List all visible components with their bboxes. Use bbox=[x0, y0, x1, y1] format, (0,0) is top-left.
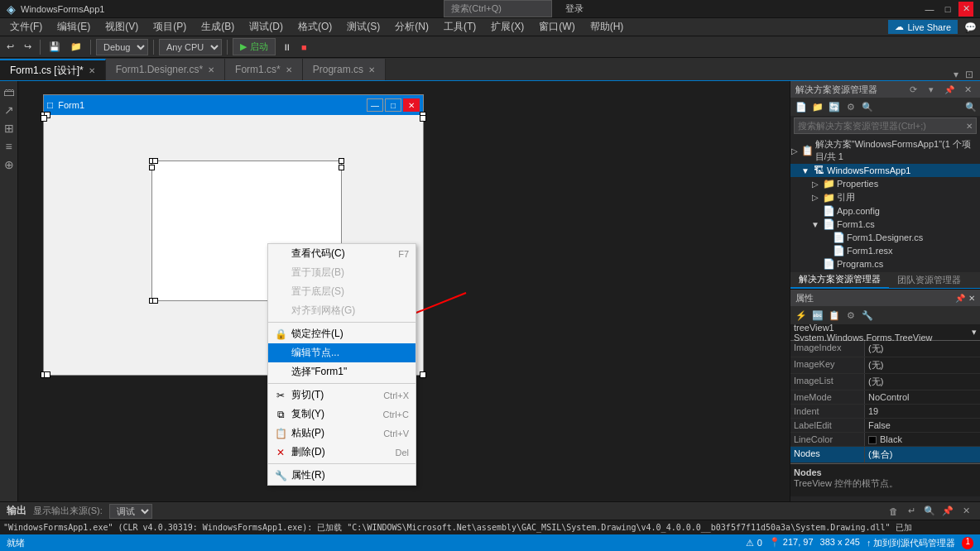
solution-node[interactable]: ▷ 📋 解决方案"WindowsFormsApp1"(1 个项目/共 1 bbox=[790, 137, 980, 164]
menu-item-view[interactable]: 视图(V) bbox=[98, 18, 145, 36]
form-min-btn[interactable]: — bbox=[367, 98, 383, 112]
output-find-btn[interactable]: 🔍 bbox=[922, 504, 937, 519]
sidebar-icon-3[interactable]: ≡ bbox=[2, 139, 17, 154]
status-errors[interactable]: ⚠ 0 bbox=[746, 537, 762, 549]
props-close-btn[interactable]: ✕ bbox=[968, 294, 975, 303]
form-close-btn[interactable]: ✕ bbox=[403, 98, 420, 112]
tab-form1-design[interactable]: Form1.cs [设计]* ✕ bbox=[0, 59, 106, 80]
menu-item-analyze[interactable]: 分析(N) bbox=[388, 18, 435, 36]
ctx-bring-front[interactable]: 置于顶层(B) bbox=[268, 263, 416, 282]
tab-program-close[interactable]: ✕ bbox=[368, 65, 375, 74]
menu-item-file[interactable]: 文件(F) bbox=[3, 18, 49, 36]
ctx-send-back[interactable]: 置于底层(S) bbox=[268, 282, 416, 301]
sol-tb-1[interactable]: 📄 bbox=[794, 99, 809, 114]
props-tb-2[interactable]: 🔤 bbox=[810, 308, 825, 323]
ctx-view-code[interactable]: 查看代码(C) F7 bbox=[268, 244, 416, 263]
run-button[interactable]: ▶ 启动 bbox=[233, 38, 276, 55]
prop-labeledit-value[interactable]: False bbox=[865, 419, 980, 432]
menu-item-debug[interactable]: 调试(D) bbox=[243, 18, 290, 36]
tab-form1-design-close[interactable]: ✕ bbox=[89, 66, 95, 75]
properties-node[interactable]: ▷ 📁 Properties bbox=[790, 177, 980, 190]
sol-tb-3[interactable]: 🔄 bbox=[827, 99, 842, 114]
sidebar-icon-4[interactable]: ⊕ bbox=[2, 157, 17, 172]
props-object-arrow[interactable]: ▾ bbox=[972, 327, 977, 338]
ctx-delete[interactable]: ✕ 删除(D) Del bbox=[268, 443, 416, 462]
prop-imemode-value[interactable]: NoControl bbox=[865, 390, 980, 404]
tab-form1-designer-close[interactable]: ✕ bbox=[208, 65, 214, 74]
feedback-icon[interactable]: 💬 bbox=[964, 22, 977, 33]
form1resx-node[interactable]: 📄 Form1.resx bbox=[790, 244, 980, 257]
toolbar-redo[interactable]: ↪ bbox=[21, 40, 35, 54]
sol-pin-btn[interactable]: 📌 bbox=[942, 82, 957, 97]
toolbar-save[interactable]: 💾 bbox=[46, 40, 64, 54]
menu-item-build[interactable]: 生成(B) bbox=[195, 18, 241, 36]
props-pin-btn[interactable]: 📌 bbox=[955, 294, 965, 303]
ctx-align-grid[interactable]: 对齐到网格(G) bbox=[268, 301, 416, 320]
prop-indent-value[interactable]: 19 bbox=[865, 405, 980, 418]
references-node[interactable]: ▷ 📁 引用 bbox=[790, 190, 980, 204]
ctx-paste[interactable]: 📋 粘贴(P) Ctrl+V bbox=[268, 424, 416, 443]
prop-imagelist-value[interactable]: (无) bbox=[865, 374, 980, 390]
output-source-dropdown[interactable]: 调试 bbox=[109, 504, 152, 519]
debug-config-dropdown[interactable]: Debug bbox=[96, 39, 148, 55]
output-pin-btn[interactable]: 📌 bbox=[940, 504, 955, 519]
tab-program[interactable]: Program.cs ✕ bbox=[303, 59, 386, 80]
ctx-properties[interactable]: 🔧 属性(R) bbox=[268, 466, 416, 485]
ctx-select-form[interactable]: 选择"Form1" bbox=[268, 362, 416, 381]
sol-close-btn[interactable]: ✕ bbox=[960, 82, 975, 97]
ctx-cut[interactable]: ✂ 剪切(T) Ctrl+X bbox=[268, 386, 416, 405]
toolbar-undo[interactable]: ↩ bbox=[3, 40, 17, 54]
output-clear-btn[interactable]: 🗑 bbox=[886, 504, 901, 519]
menu-item-extend[interactable]: 扩展(X) bbox=[484, 18, 531, 36]
minimize-button[interactable]: — bbox=[922, 2, 937, 17]
toolbar-open[interactable]: 📁 bbox=[67, 40, 85, 54]
props-tb-3[interactable]: 📋 bbox=[827, 308, 842, 323]
search-clear-icon[interactable]: ✕ bbox=[966, 122, 973, 131]
form1cs-node[interactable]: ▼ 📄 Form1.cs bbox=[790, 218, 980, 231]
menu-item-format[interactable]: 格式(O) bbox=[291, 18, 339, 36]
tab-form1-designer[interactable]: Form1.Designer.cs* ✕ bbox=[106, 59, 225, 80]
tab-pin-btn[interactable]: ⊡ bbox=[962, 69, 977, 80]
props-tb-4[interactable]: ⚙ bbox=[843, 308, 858, 323]
maximize-button[interactable]: □ bbox=[940, 2, 955, 17]
prop-nodes-value[interactable]: (集合) bbox=[865, 447, 980, 462]
ctx-edit-nodes[interactable]: 编辑节点... bbox=[268, 343, 416, 362]
form-max-btn[interactable]: □ bbox=[385, 98, 401, 112]
props-tb-5[interactable]: 🔧 bbox=[860, 308, 875, 323]
sol-filter-btn[interactable]: ▾ bbox=[924, 82, 939, 97]
pointer-icon[interactable]: ↗ bbox=[2, 103, 17, 117]
menu-item-window[interactable]: 窗口(W) bbox=[532, 18, 581, 36]
sol-tb-2[interactable]: 📁 bbox=[810, 99, 825, 114]
tab-solution-explorer[interactable]: 解决方案资源管理器 bbox=[790, 271, 889, 289]
ctx-lock-control[interactable]: 🔒 锁定控件(L) bbox=[268, 324, 416, 343]
menu-item-help[interactable]: 帮助(H) bbox=[584, 18, 631, 36]
designer-area[interactable]: □ Form1 — □ ✕ bbox=[18, 81, 790, 501]
platform-dropdown[interactable]: Any CPU bbox=[159, 39, 222, 55]
tab-form1-cs-close[interactable]: ✕ bbox=[286, 65, 292, 74]
project-node[interactable]: ▼ 🏗 WindowsFormsApp1 bbox=[790, 164, 980, 177]
prop-linecolor-value[interactable]: Black bbox=[865, 433, 980, 446]
tab-form1-cs[interactable]: Form1.cs* ✕ bbox=[225, 59, 303, 80]
expand-icon[interactable]: ⊞ bbox=[2, 121, 17, 136]
menu-item-edit[interactable]: 编辑(E) bbox=[50, 18, 97, 36]
search-bar[interactable]: 搜索(Ctrl+Q) bbox=[444, 0, 552, 17]
toolbar-pause[interactable]: ⏸ bbox=[279, 41, 295, 54]
login-button[interactable]: 登录 bbox=[565, 2, 584, 15]
props-tb-1[interactable]: ⚡ bbox=[794, 308, 809, 323]
form1designer-node[interactable]: 📄 Form1.Designer.cs bbox=[790, 231, 980, 244]
output-close-btn[interactable]: ✕ bbox=[958, 504, 973, 519]
sol-tb-5[interactable]: 🔍 bbox=[860, 99, 875, 114]
prop-imagekey-value[interactable]: (无) bbox=[865, 357, 980, 373]
toolbar-stop[interactable]: ■ bbox=[298, 41, 310, 54]
sol-tb-4[interactable]: ⚙ bbox=[843, 99, 858, 114]
prop-imageindex-value[interactable]: (无) bbox=[865, 341, 980, 357]
solution-search-box[interactable]: ✕ bbox=[794, 117, 977, 134]
menu-item-tools[interactable]: 工具(T) bbox=[437, 18, 483, 36]
solution-search-input[interactable] bbox=[798, 121, 966, 131]
menu-item-test[interactable]: 测试(S) bbox=[340, 18, 387, 36]
sol-sync-btn[interactable]: ⟳ bbox=[906, 82, 920, 97]
live-share-button[interactable]: ☁ Live Share bbox=[888, 20, 958, 34]
programcs-node[interactable]: 📄 Program.cs bbox=[790, 257, 980, 271]
tab-team-explorer[interactable]: 团队资源管理器 bbox=[889, 272, 969, 288]
tab-dropdown-btn[interactable]: ▾ bbox=[950, 69, 962, 80]
